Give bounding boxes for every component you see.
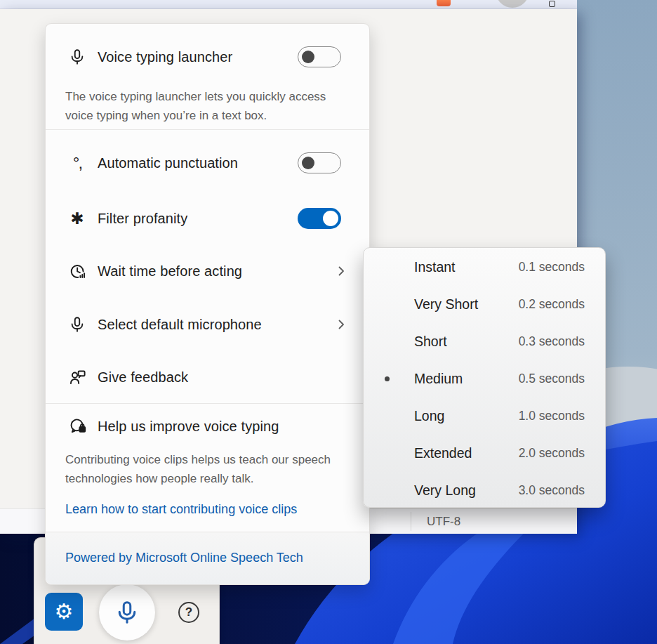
background-window-titlebar [0,0,577,9]
menu-item-label: Medium [414,371,519,387]
menu-item-value: 1.0 seconds [519,409,585,423]
menu-item-long[interactable]: Long 1.0 seconds [364,397,605,435]
row-automatic-punctuation[interactable]: °, Automatic punctuation [65,136,350,190]
menu-item-label: Very Long [414,482,519,499]
learn-contributing-link[interactable]: Learn how to start contributing voice cl… [65,502,297,517]
menu-item-value: 2.0 seconds [519,446,585,461]
menu-item-value: 0.3 seconds [519,334,585,349]
row-voice-typing-launcher[interactable]: Voice typing launcher [65,34,350,80]
row-label: Select default microphone [98,317,262,333]
encoding-label: UTF-8 [427,515,460,529]
microphone-icon [114,599,140,626]
selected-bullet [385,488,394,493]
menu-item-instant[interactable]: Instant 0.1 seconds [364,249,605,286]
panel-footer: Powered by Microsoft Online Speech Tech [46,532,369,584]
browser-app-icon [437,0,451,6]
menu-item-short[interactable]: Short 0.3 seconds [364,323,605,360]
menu-item-value: 0.1 seconds [519,260,585,275]
row-label: Voice typing launcher [98,49,232,65]
row-label: Automatic punctuation [98,155,238,171]
menu-item-very-long[interactable]: Very Long 3.0 seconds [364,472,605,509]
row-give-feedback[interactable]: Give feedback [65,350,350,404]
voice-typing-settings-panel: Voice typing launcher The voice typing l… [45,23,370,585]
avatar [496,0,529,8]
selected-bullet [385,451,394,456]
selected-bullet [385,265,394,270]
asterisk-icon: ✱ [65,211,89,227]
menu-item-label: Very Short [414,296,519,313]
selected-bullet [385,414,394,419]
chevron-right-icon [336,319,347,330]
gear-icon: ⚙ [55,601,74,622]
selected-bullet [385,302,394,307]
automatic-punctuation-toggle[interactable] [298,152,341,173]
row-filter-profanity[interactable]: ✱ Filter profanity [65,192,350,245]
row-label: Give feedback [98,369,188,386]
powered-by-link[interactable]: Powered by Microsoft Online Speech Tech [65,551,303,565]
chevron-right-icon [336,265,347,277]
row-wait-time[interactable]: Wait time before acting [65,244,350,298]
menu-item-value: 0.5 seconds [519,372,585,386]
selected-bullet [385,376,394,381]
menu-item-value: 3.0 seconds [519,483,585,498]
microphone-icon [65,315,89,334]
menu-item-extended[interactable]: Extended 2.0 seconds [364,435,605,472]
row-default-microphone[interactable]: Select default microphone [65,298,350,351]
row-help-improve: Help us improve voice typing [65,407,350,446]
help-description: Contributing voice clips helps us teach … [65,450,349,488]
status-bar-divider [411,512,411,531]
launcher-description: The voice typing launcher lets you quick… [65,87,349,125]
settings-gear-button[interactable]: ⚙ [45,593,83,631]
extension-cube-icon [549,1,555,7]
clock-wait-icon [65,262,89,281]
menu-item-label: Short [414,334,519,350]
menu-item-label: Extended [414,445,519,461]
filter-profanity-toggle[interactable] [298,208,341,229]
menu-item-value: 0.2 seconds [519,297,585,312]
row-label: Wait time before acting [98,263,242,280]
help-button[interactable]: ? [178,602,199,623]
section-divider [46,129,369,130]
microphone-button[interactable] [99,584,155,640]
wait-time-menu: Instant 0.1 seconds Very Short 0.2 secon… [363,247,606,508]
row-label: Filter profanity [98,211,187,227]
row-label: Help us improve voice typing [98,419,279,435]
menu-item-very-short[interactable]: Very Short 0.2 seconds [364,286,605,323]
selected-bullet [385,339,394,344]
section-divider [46,403,369,404]
question-mark-icon: ? [185,605,192,619]
feedback-icon [65,368,89,387]
menu-item-label: Instant [414,259,519,275]
voice-clips-privacy-icon [65,417,89,436]
punctuation-icon: °, [65,155,89,171]
menu-item-medium[interactable]: Medium 0.5 seconds [364,360,605,397]
voice-typing-launcher-toggle[interactable] [298,46,341,67]
microphone-icon [65,48,89,66]
menu-item-label: Long [414,408,519,424]
